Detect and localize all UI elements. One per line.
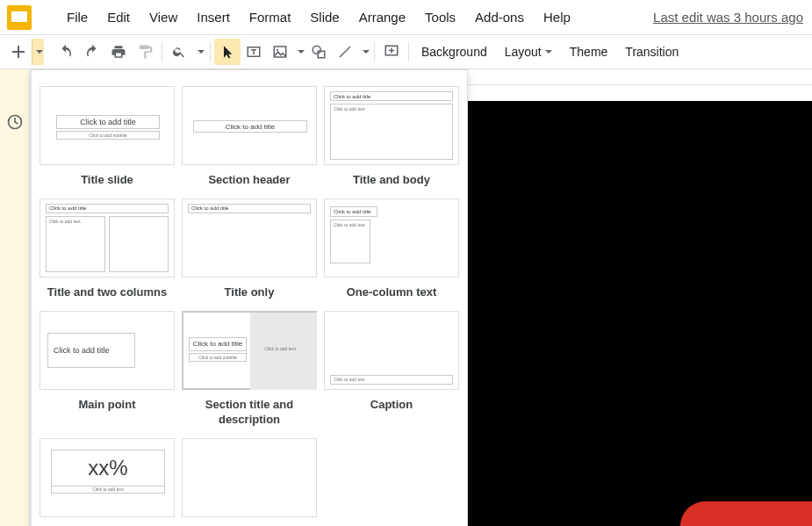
layout-label: Main point: [79, 398, 136, 413]
layout-label: Title and two columns: [47, 285, 167, 300]
layout-option-section-title-description[interactable]: Click to add title Click to add subtitle…: [181, 311, 318, 428]
layout-option-big-number[interactable]: xx% Click to add text Big number: [39, 438, 176, 526]
layout-option-one-column-text[interactable]: Click to add title Click to add text One…: [323, 198, 460, 300]
caret-down-icon: [363, 50, 370, 54]
layout-grid: Click to add title Click to add subtitle…: [32, 86, 467, 526]
thumb-bignumber: xx%: [88, 456, 127, 480]
header: File Edit View Insert Format Slide Arran…: [0, 0, 812, 34]
caret-down-icon: [36, 50, 43, 54]
menu-file[interactable]: File: [58, 6, 97, 28]
layout-option-title-only[interactable]: Click to add title Title only: [181, 198, 318, 300]
print-icon: [111, 44, 126, 60]
thumb-title: Click to add title: [189, 337, 247, 351]
layout-label: Caption: [370, 398, 413, 413]
comment-button[interactable]: [378, 39, 405, 65]
line-tool-button[interactable]: [332, 39, 358, 65]
menu-slide[interactable]: Slide: [301, 6, 348, 28]
menubar: File Edit View Insert Format Slide Arran…: [58, 6, 579, 28]
menu-edit[interactable]: Edit: [98, 6, 139, 28]
thumb-caption: Click to add text: [330, 375, 453, 385]
thumb-title: Click to add title: [193, 120, 307, 133]
svg-point-2: [277, 49, 278, 51]
cursor-icon: [220, 45, 234, 59]
theme-button[interactable]: Theme: [561, 39, 617, 65]
filmstrip: [0, 69, 30, 526]
transition-button[interactable]: Transition: [616, 39, 687, 65]
thumb-subtitle: Click to add subtitle: [189, 353, 247, 362]
svg-rect-4: [318, 51, 325, 58]
svg-line-5: [340, 47, 350, 57]
menu-format[interactable]: Format: [241, 6, 300, 28]
new-slide-button[interactable]: [5, 39, 32, 65]
speaker-notes-icon: [6, 113, 24, 131]
menu-view[interactable]: View: [140, 6, 186, 28]
thumb-title: Click to add title: [46, 204, 169, 213]
thumb-body: Click to add text: [330, 104, 453, 160]
layout-option-title-two-columns[interactable]: Click to add title Click to add text Tit…: [39, 198, 176, 300]
shape-icon: [311, 44, 327, 60]
layout-label: One-column text: [347, 285, 437, 300]
textbox-icon: [246, 44, 262, 60]
menu-addons[interactable]: Add-ons: [466, 6, 533, 28]
layout-option-main-point[interactable]: Click to add title Main point: [39, 311, 176, 428]
caret-down-icon: [198, 50, 205, 54]
menu-arrange[interactable]: Arrange: [350, 6, 414, 28]
thumb-subtitle: Click to add subtitle: [56, 131, 160, 140]
undo-icon: [58, 44, 74, 60]
paint-roller-icon: [137, 44, 153, 60]
toolbar: Background Layout Theme Transition: [0, 34, 812, 69]
image-icon: [272, 44, 288, 60]
select-tool-button[interactable]: [214, 39, 241, 65]
slides-logo-icon: [7, 5, 32, 30]
image-caret-button[interactable]: [293, 39, 305, 65]
last-edit-link[interactable]: Last edit was 3 hours ago: [653, 10, 803, 25]
thumb-title: Click to add title: [56, 115, 160, 129]
layout-label: Section header: [208, 173, 290, 188]
layout-option-caption[interactable]: Click to add text Caption: [323, 311, 460, 428]
slide-red-shape[interactable]: [680, 501, 812, 526]
layout-button-label: Layout: [505, 45, 542, 59]
layout-option-blank[interactable]: Blank: [181, 438, 318, 526]
image-tool-button[interactable]: [267, 39, 293, 65]
redo-icon: [84, 44, 100, 60]
layout-label: Title slide: [81, 173, 133, 188]
thumb-bignumber-text: Click to add text: [51, 486, 165, 494]
thumb-title: Click to add title: [330, 91, 453, 101]
thumb-title: Click to add title: [188, 204, 311, 213]
thumb-title: Click to add title: [330, 206, 377, 217]
caret-down-icon: [298, 50, 305, 54]
zoom-button[interactable]: [166, 39, 192, 65]
menu-tools[interactable]: Tools: [416, 6, 464, 28]
layout-label: Title only: [225, 285, 275, 300]
line-caret-button[interactable]: [358, 39, 370, 65]
layout-option-section-header[interactable]: Click to add title Section header: [181, 86, 318, 188]
zoom-caret-button[interactable]: [192, 39, 206, 65]
redo-button[interactable]: [79, 39, 105, 65]
content-area: Click to add title Click to add subtitle…: [0, 69, 812, 526]
line-icon: [337, 44, 353, 60]
textbox-tool-button[interactable]: [241, 39, 267, 65]
layout-option-title-and-body[interactable]: Click to add title Click to add text Tit…: [323, 86, 460, 188]
paint-format-button[interactable]: [132, 39, 158, 65]
comment-plus-icon: [384, 44, 399, 60]
layout-label: Title and body: [353, 173, 430, 188]
thumb-title: Click to add title: [47, 333, 135, 368]
menu-insert[interactable]: Insert: [188, 6, 239, 28]
layout-popup: Click to add title Click to add subtitle…: [31, 69, 468, 526]
thumb-col1: Click to add text: [46, 216, 105, 272]
plus-icon: [11, 45, 25, 59]
print-button[interactable]: [105, 39, 132, 65]
svg-point-3: [313, 46, 320, 54]
magnifier-icon: [172, 45, 186, 59]
undo-button[interactable]: [53, 39, 79, 65]
menu-help[interactable]: Help: [535, 6, 579, 28]
thumb-desc: Click to add text: [254, 342, 306, 355]
layout-button[interactable]: Layout: [496, 39, 561, 65]
caret-down-icon: [545, 50, 552, 54]
shape-tool-button[interactable]: [305, 39, 332, 65]
new-slide-caret-button[interactable]: [32, 39, 44, 65]
layout-option-title-slide[interactable]: Click to add title Click to add subtitle…: [39, 86, 176, 188]
layout-label: Section title and description: [181, 398, 318, 428]
background-button[interactable]: Background: [413, 39, 496, 65]
thumb-col2: [109, 216, 169, 272]
